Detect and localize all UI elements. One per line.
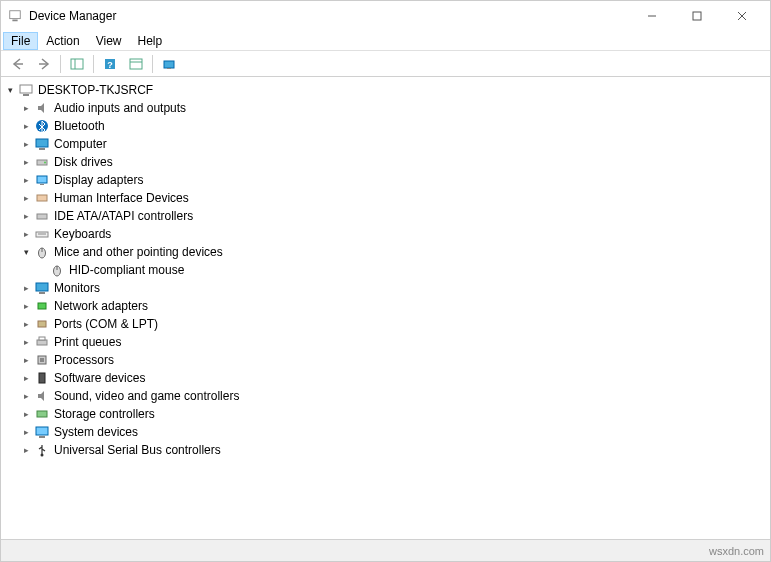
category-printqueues[interactable]: ▸ Print queues (3, 333, 768, 351)
maximize-button[interactable] (674, 1, 719, 31)
separator (152, 55, 153, 73)
menu-file[interactable]: File (3, 32, 38, 50)
cpu-icon (34, 352, 50, 368)
collapse-arrow-icon[interactable]: ▸ (19, 443, 33, 457)
svg-rect-10 (130, 59, 142, 69)
collapse-arrow-icon[interactable]: ▸ (19, 155, 33, 169)
collapse-arrow-icon[interactable]: ▸ (19, 209, 33, 223)
collapse-arrow-icon[interactable]: ▸ (19, 119, 33, 133)
category-ports[interactable]: ▸ Ports (COM & LPT) (3, 315, 768, 333)
window-title: Device Manager (29, 9, 629, 23)
collapse-arrow-icon[interactable]: ▸ (19, 281, 33, 295)
category-system[interactable]: ▸ System devices (3, 423, 768, 441)
usb-icon (34, 442, 50, 458)
category-software[interactable]: ▸ Software devices (3, 369, 768, 387)
tree-root[interactable]: ▾ DESKTOP-TKJSRCF (3, 81, 768, 99)
device-hid-mouse[interactable]: HID-compliant mouse (3, 261, 768, 279)
svg-rect-22 (40, 184, 44, 185)
category-storage[interactable]: ▸ Storage controllers (3, 405, 768, 423)
svg-rect-23 (37, 195, 47, 201)
svg-rect-3 (693, 12, 701, 20)
keyboard-icon (34, 226, 50, 242)
menu-view[interactable]: View (88, 32, 130, 50)
collapse-arrow-icon[interactable]: ▸ (19, 407, 33, 421)
collapse-arrow-icon[interactable]: ▸ (19, 317, 33, 331)
category-label: Sound, video and game controllers (54, 387, 239, 405)
svg-rect-32 (39, 292, 45, 294)
svg-rect-35 (37, 340, 47, 345)
category-usb[interactable]: ▸ Universal Serial Bus controllers (3, 441, 768, 459)
storage-icon (34, 406, 50, 422)
category-label: Bluetooth (54, 117, 105, 135)
category-computer[interactable]: ▸ Computer (3, 135, 768, 153)
help-button[interactable]: ? (98, 53, 122, 75)
svg-rect-0 (10, 11, 21, 19)
collapse-arrow-icon[interactable]: ▸ (19, 173, 33, 187)
bluetooth-icon (34, 118, 50, 134)
ports-icon (34, 316, 50, 332)
speaker-icon (34, 100, 50, 116)
collapse-arrow-icon[interactable]: ▸ (19, 227, 33, 241)
category-monitors[interactable]: ▸ Monitors (3, 279, 768, 297)
close-button[interactable] (719, 1, 764, 31)
collapse-arrow-icon[interactable]: ▸ (19, 353, 33, 367)
category-label: Monitors (54, 279, 100, 297)
category-sound[interactable]: ▸ Sound, video and game controllers (3, 387, 768, 405)
collapse-arrow-icon[interactable]: ▸ (19, 191, 33, 205)
category-label: Software devices (54, 369, 145, 387)
properties-button[interactable] (124, 53, 148, 75)
menu-help[interactable]: Help (130, 32, 171, 50)
svg-text:?: ? (107, 60, 113, 70)
category-hid[interactable]: ▸ Human Interface Devices (3, 189, 768, 207)
computer-icon (18, 82, 34, 98)
svg-rect-6 (71, 59, 83, 69)
svg-rect-41 (36, 427, 48, 435)
category-ide[interactable]: ▸ IDE ATA/ATAPI controllers (3, 207, 768, 225)
category-keyboards[interactable]: ▸ Keyboards (3, 225, 768, 243)
category-processors[interactable]: ▸ Processors (3, 351, 768, 369)
category-mice[interactable]: ▾ Mice and other pointing devices (3, 243, 768, 261)
expand-arrow-icon[interactable]: ▾ (19, 245, 33, 259)
category-display[interactable]: ▸ Display adapters (3, 171, 768, 189)
speaker-icon (34, 388, 50, 404)
collapse-arrow-icon[interactable]: ▸ (19, 101, 33, 115)
category-disk[interactable]: ▸ Disk drives (3, 153, 768, 171)
separator (60, 55, 61, 73)
window-controls (629, 1, 764, 31)
collapse-arrow-icon[interactable]: ▸ (19, 371, 33, 385)
svg-rect-14 (20, 85, 32, 93)
menu-action[interactable]: Action (38, 32, 87, 50)
minimize-button[interactable] (629, 1, 674, 31)
collapse-arrow-icon[interactable]: ▸ (19, 137, 33, 151)
software-icon (34, 370, 50, 386)
category-label: Audio inputs and outputs (54, 99, 186, 117)
category-label: Mice and other pointing devices (54, 243, 223, 261)
forward-button[interactable] (32, 53, 56, 75)
svg-point-20 (44, 162, 46, 164)
scan-hardware-button[interactable] (157, 53, 181, 75)
svg-rect-39 (39, 373, 45, 383)
svg-rect-31 (36, 283, 48, 291)
svg-rect-40 (37, 411, 47, 417)
collapse-arrow-icon[interactable]: ▸ (19, 425, 33, 439)
app-icon (7, 8, 23, 24)
show-hide-console-button[interactable] (65, 53, 89, 75)
collapse-arrow-icon[interactable]: ▸ (19, 389, 33, 403)
network-icon (34, 298, 50, 314)
back-button[interactable] (6, 53, 30, 75)
device-tree[interactable]: ▾ DESKTOP-TKJSRCF ▸ Audio inputs and out… (1, 77, 770, 539)
category-label: Print queues (54, 333, 121, 351)
collapse-arrow-icon[interactable]: ▸ (19, 299, 33, 313)
svg-rect-21 (37, 176, 47, 183)
system-icon (34, 424, 50, 440)
mouse-icon (49, 262, 65, 278)
category-label: Processors (54, 351, 114, 369)
collapse-arrow-icon[interactable]: ▸ (19, 335, 33, 349)
category-bluetooth[interactable]: ▸ Bluetooth (3, 117, 768, 135)
category-audio[interactable]: ▸ Audio inputs and outputs (3, 99, 768, 117)
expand-arrow-icon[interactable]: ▾ (3, 83, 17, 97)
category-network[interactable]: ▸ Network adapters (3, 297, 768, 315)
titlebar: Device Manager (1, 1, 770, 31)
watermark-text: wsxdn.com (709, 545, 764, 557)
svg-rect-34 (38, 321, 46, 327)
